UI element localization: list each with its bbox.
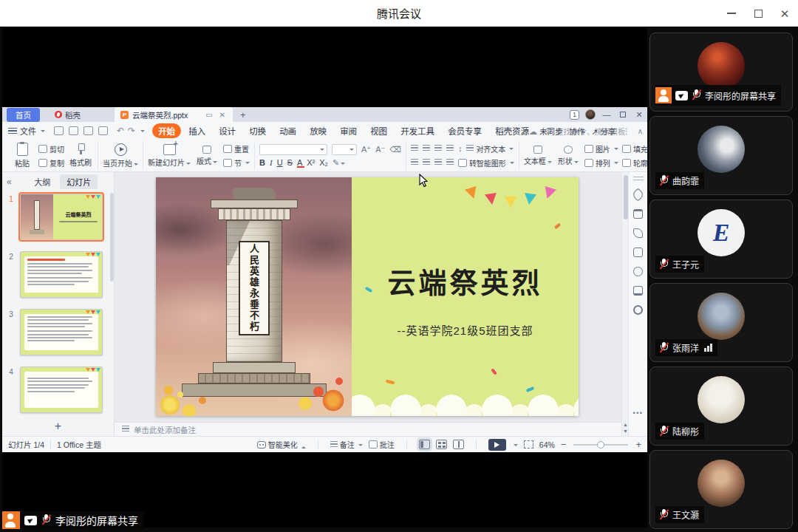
ribbon-tab-design[interactable]: 设计 xyxy=(213,123,242,138)
cut-button[interactable]: 剪切 xyxy=(38,143,64,154)
ribbon-tab-devtools[interactable]: 开发工具 xyxy=(395,123,440,138)
reading-view-button[interactable] xyxy=(453,440,464,449)
notes-bar[interactable]: 单击此处添加备注 xyxy=(115,422,621,436)
collaborate-button[interactable]: 协作 xyxy=(569,126,584,137)
slide-thumbnail-3[interactable]: 3 xyxy=(2,309,114,355)
decrease-indent-icon[interactable] xyxy=(434,145,442,152)
normal-view-button[interactable] xyxy=(419,440,430,449)
wps-minimize-button[interactable]: — xyxy=(601,110,612,119)
participant-tile-sharer[interactable]: 李阅彤的屏幕共享 xyxy=(649,33,793,112)
slide-sorter-view-button[interactable] xyxy=(436,440,447,449)
slide-thumbnail-2[interactable]: 2 xyxy=(2,251,114,298)
underline-button[interactable]: U xyxy=(277,158,283,167)
smart-effects-icon[interactable] xyxy=(633,228,643,238)
copy-button[interactable]: 复制 xyxy=(38,157,64,168)
wps-close-button[interactable]: ✕ xyxy=(634,110,644,120)
ribbon-tab-review[interactable]: 审阅 xyxy=(334,123,363,138)
user-avatar[interactable] xyxy=(585,109,596,120)
tab-home[interactable]: 首页 xyxy=(7,108,40,122)
current-slide[interactable]: 人民英雄永垂不朽 xyxy=(156,177,579,416)
superscript-button[interactable]: X² xyxy=(307,158,315,167)
bullet-list-icon[interactable] xyxy=(411,145,418,152)
slide-thumbnail-4[interactable]: 4 xyxy=(2,366,114,413)
strikethrough-button[interactable]: S xyxy=(287,158,293,167)
decrease-font-icon[interactable]: A⁻ xyxy=(375,145,385,154)
convert-smartart-button[interactable]: 转智能图形 xyxy=(458,157,514,168)
increase-font-icon[interactable]: A⁺ xyxy=(361,145,371,154)
outline-tab[interactable]: 大纲 xyxy=(27,174,57,189)
section-button[interactable]: 节 xyxy=(223,157,250,168)
zoom-slider[interactable] xyxy=(573,444,628,446)
chart-edit-icon[interactable] xyxy=(633,286,643,296)
shape-button[interactable]: 形状 xyxy=(556,146,581,166)
selection-pane-icon[interactable] xyxy=(633,248,643,257)
play-options-caret[interactable] xyxy=(514,444,518,449)
italic-button[interactable]: I xyxy=(270,158,273,167)
line-spacing-icon[interactable]: ↕ xyxy=(458,144,463,153)
arrange-button[interactable]: 排列 xyxy=(584,157,618,168)
panel-scrollbar[interactable] xyxy=(110,193,114,282)
quick-tools-icon[interactable] xyxy=(631,188,644,201)
participant-tile[interactable]: E 王子元 xyxy=(649,200,793,279)
zoom-in-button[interactable]: + xyxy=(635,439,641,450)
panel-collapse-icon[interactable]: « xyxy=(7,177,10,187)
export-icon[interactable] xyxy=(69,126,78,135)
ribbon-tab-member[interactable]: 会员专享 xyxy=(442,123,488,138)
comments-button[interactable]: 批注 xyxy=(369,439,395,450)
smart-beautify-button[interactable]: 智能美化 xyxy=(257,439,306,450)
collapse-ribbon-icon[interactable]: ∧ xyxy=(638,127,643,135)
align-center-icon[interactable] xyxy=(423,159,430,166)
properties-icon[interactable] xyxy=(633,209,643,219)
notes-toggle-button[interactable]: 备注 xyxy=(330,439,363,450)
sidebar-handle-icon[interactable] xyxy=(633,177,644,180)
globe-icon[interactable] xyxy=(633,305,643,315)
align-text-button[interactable]: 对齐文本 xyxy=(466,143,514,154)
ribbon-tab-home[interactable]: 开始 xyxy=(152,123,181,138)
text-effects-button[interactable]: ✎ xyxy=(332,158,345,168)
font-color-button[interactable]: A xyxy=(297,158,302,167)
print-icon[interactable] xyxy=(83,126,93,135)
align-right-icon[interactable] xyxy=(434,159,442,166)
new-tab-button[interactable]: + xyxy=(240,109,246,120)
ribbon-tab-insert[interactable]: 插入 xyxy=(183,123,211,138)
ribbon-tab-transition[interactable]: 切换 xyxy=(243,123,272,138)
paste-button[interactable]: 粘贴 xyxy=(10,143,35,168)
font-name-select[interactable] xyxy=(259,144,327,155)
outline-button[interactable]: 轮廓 xyxy=(622,157,647,168)
scrollbar-thumb[interactable] xyxy=(624,175,628,219)
file-menu[interactable]: 文件 xyxy=(8,125,45,137)
slide-thumbnail-1[interactable]: 1 云端祭英烈 xyxy=(2,194,114,240)
undo-icon[interactable]: ↶ xyxy=(117,126,124,136)
ribbon-tab-docer-resources[interactable]: 稻壳资源 xyxy=(489,123,535,138)
fit-to-window-icon[interactable] xyxy=(524,440,533,449)
tab-docer[interactable]: 稻壳 xyxy=(47,108,88,122)
sync-status[interactable]: ☁ 未同步 xyxy=(529,126,562,137)
close-button[interactable]: ✕ xyxy=(771,0,798,27)
picture-button[interactable]: 图片 xyxy=(584,143,618,154)
new-slide-button[interactable]: 新建幻灯片 xyxy=(148,144,191,168)
slides-tab[interactable]: 幻灯片 xyxy=(60,174,98,189)
save-icon[interactable] xyxy=(54,126,64,135)
clear-format-icon[interactable]: ⌫ xyxy=(389,145,401,154)
more-menu-icon[interactable]: ⋮ xyxy=(622,126,631,135)
play-from-current-button[interactable]: 当页开始 xyxy=(103,143,138,168)
slide-canvas[interactable]: 人民英雄永垂不朽 xyxy=(115,172,621,422)
participant-tile[interactable]: 张雨洋 xyxy=(649,283,793,362)
justify-icon[interactable] xyxy=(446,159,454,166)
align-left-icon[interactable] xyxy=(411,159,418,166)
share-button[interactable]: ↗ 分享 xyxy=(591,126,615,137)
canvas-scrollbar[interactable]: ▲▼ xyxy=(621,172,628,436)
zoom-out-button[interactable]: − xyxy=(561,439,567,450)
ribbon-tab-animation[interactable]: 动画 xyxy=(273,123,302,138)
participant-tile[interactable]: 王文灏 xyxy=(649,450,793,529)
maximize-button[interactable] xyxy=(745,0,771,27)
participant-tile[interactable]: 陆柳彤 xyxy=(649,366,793,446)
numbered-list-icon[interactable] xyxy=(423,145,430,152)
document-count-badge[interactable]: 1 xyxy=(570,110,579,120)
clock-icon[interactable] xyxy=(633,267,643,276)
increase-indent-icon[interactable] xyxy=(446,145,454,152)
bold-button[interactable]: B xyxy=(259,158,265,167)
format-painter-button[interactable]: 格式刷 xyxy=(68,143,93,168)
subscript-button[interactable]: X₂ xyxy=(319,158,328,167)
wps-restore-button[interactable] xyxy=(618,110,628,119)
